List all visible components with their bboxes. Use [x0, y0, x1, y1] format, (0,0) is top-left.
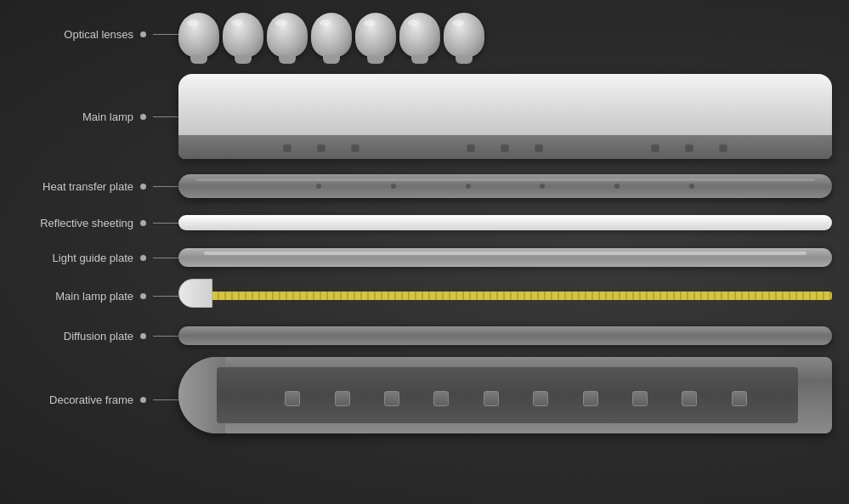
- main-lamp-connector: [153, 116, 178, 117]
- main-lamp-body: [178, 74, 832, 159]
- reflective-row: Reflective sheeting: [0, 211, 849, 235]
- screw-7: [651, 144, 659, 152]
- main-lamp-label-area: Main lamp: [0, 110, 178, 123]
- main-lamp-dot: [140, 114, 146, 120]
- led-strip: [212, 292, 832, 300]
- deco-clip-5: [484, 391, 499, 406]
- diffusion-visual: [178, 326, 849, 345]
- screw-5: [501, 144, 509, 152]
- lamp-plate-row: Main lamp plate: [0, 279, 849, 313]
- lens-4: [311, 13, 352, 57]
- deco-clip-6: [533, 391, 548, 406]
- optical-lenses-label: Optical lenses: [64, 28, 133, 41]
- diffusion-dot: [140, 333, 146, 339]
- lens-2: [223, 13, 263, 57]
- light-guide-dot: [140, 255, 146, 261]
- lens-6: [399, 13, 440, 57]
- heat-transfer-label-area: Heat transfer plate: [0, 180, 178, 193]
- deco-clip-3: [384, 391, 399, 406]
- decorative-visual: [178, 357, 849, 442]
- heat-transfer-label: Heat transfer plate: [42, 180, 133, 193]
- main-lamp-bottom: [178, 135, 832, 159]
- led-line: [212, 292, 832, 300]
- optical-lenses-visual: [178, 13, 849, 57]
- optical-lenses-connector: [153, 34, 178, 35]
- reflective-dot: [140, 220, 146, 226]
- deco-clip-9: [682, 391, 697, 406]
- lamp-plate-label: Main lamp plate: [55, 290, 133, 303]
- optical-lenses-row: Optical lenses: [0, 7, 849, 62]
- lens-7: [444, 13, 484, 57]
- screw-1: [283, 144, 291, 152]
- diffusion-connector: [153, 336, 178, 337]
- deco-clip-10: [732, 391, 747, 406]
- deco-clip-4: [433, 391, 449, 406]
- lamp-plate-label-area: Main lamp plate: [0, 290, 178, 303]
- optical-lenses-dot: [140, 31, 146, 37]
- diffusion-label: Diffusion plate: [64, 330, 133, 343]
- lamp-plate-dot: [140, 293, 146, 299]
- heat-plate-body: [178, 174, 832, 198]
- reflective-visual: [178, 215, 849, 230]
- diagram-container: Optical lenses Main lamp: [0, 0, 849, 504]
- reflective-label: Reflective sheeting: [40, 217, 133, 229]
- screw-3: [351, 144, 359, 152]
- heat-screw-3: [466, 184, 471, 189]
- heat-screw-5: [614, 184, 620, 189]
- main-lamp-row: Main lamp: [0, 70, 849, 163]
- heat-transfer-connector: [153, 186, 178, 187]
- light-guide-body: [178, 248, 832, 267]
- lamp-plate-visual: [178, 279, 849, 313]
- lamp-screws: [178, 144, 832, 152]
- reflective-connector: [153, 223, 178, 224]
- reflective-body: [178, 215, 832, 230]
- decorative-label-area: Decorative frame: [0, 394, 178, 406]
- light-guide-row: Light guide plate: [0, 245, 849, 270]
- lamp-plate-connector: [153, 296, 178, 297]
- reflective-label-area: Reflective sheeting: [0, 217, 178, 229]
- screw-2: [317, 144, 325, 152]
- deco-clip-8: [632, 391, 648, 406]
- screw-8: [685, 144, 693, 152]
- main-lamp-label: Main lamp: [82, 110, 133, 123]
- optical-lenses-label-area: Optical lenses: [0, 28, 178, 41]
- heat-transfer-dot: [140, 184, 146, 190]
- deco-clip-7: [583, 391, 598, 406]
- lens-5: [355, 13, 396, 57]
- heat-transfer-row: Heat transfer plate: [0, 170, 849, 202]
- heat-screw-6: [689, 184, 694, 189]
- deco-clips: [268, 391, 764, 406]
- screw-group-1: [283, 144, 359, 152]
- heat-screw-1: [316, 184, 321, 189]
- heat-screws: [178, 184, 832, 189]
- deco-inner: [217, 367, 798, 423]
- light-guide-connector: [153, 258, 178, 258]
- diffusion-body: [178, 326, 832, 345]
- heat-screw-4: [540, 184, 545, 189]
- deco-clip-1: [285, 391, 300, 406]
- screw-6: [535, 144, 543, 152]
- lens-1: [178, 13, 219, 57]
- deco-clip-2: [335, 391, 350, 406]
- screw-4: [467, 144, 475, 152]
- light-guide-label: Light guide plate: [53, 252, 133, 264]
- screw-group-3: [651, 144, 727, 152]
- heat-screw-2: [391, 184, 396, 189]
- diffusion-row: Diffusion plate: [0, 321, 849, 350]
- decorative-row: Decorative frame: [0, 357, 849, 442]
- decorative-dot: [140, 397, 146, 403]
- lamp-plate-end: [178, 279, 212, 308]
- light-guide-visual: [178, 248, 849, 267]
- light-guide-label-area: Light guide plate: [0, 252, 178, 264]
- decorative-connector: [153, 399, 178, 400]
- decorative-label: Decorative frame: [49, 394, 133, 406]
- lens-3: [267, 13, 308, 57]
- screw-group-2: [467, 144, 543, 152]
- diffusion-label-area: Diffusion plate: [0, 330, 178, 343]
- heat-transfer-visual: [178, 174, 849, 198]
- lens-group: [178, 13, 484, 57]
- screw-9: [719, 144, 727, 152]
- deco-body: [178, 357, 832, 433]
- main-lamp-visual: [178, 74, 849, 159]
